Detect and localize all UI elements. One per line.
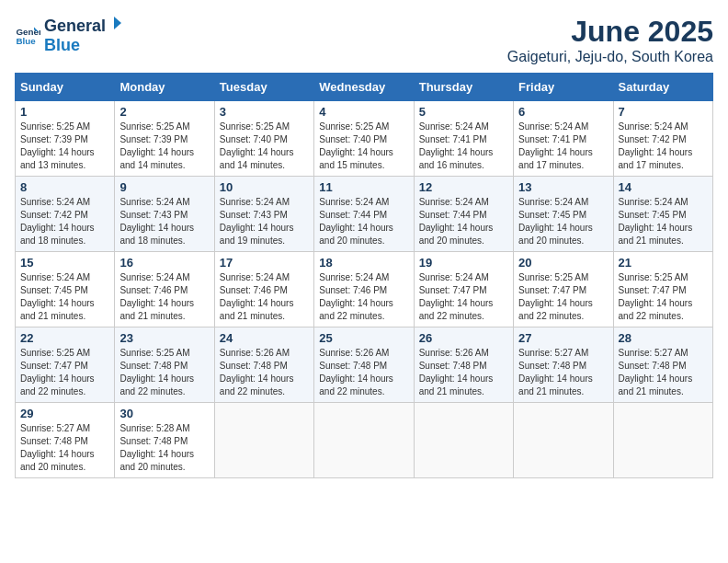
calendar-day-cell: 11 Sunrise: 5:24 AM Sunset: 7:44 PM Dayl… <box>314 177 414 252</box>
day-number: 23 <box>119 331 209 345</box>
day-number: 27 <box>518 331 608 345</box>
day-details: Sunrise: 5:24 AM Sunset: 7:44 PM Dayligh… <box>419 196 508 247</box>
calendar-week-row: 29 Sunrise: 5:27 AM Sunset: 7:48 PM Dayl… <box>16 403 713 478</box>
day-details: Sunrise: 5:26 AM Sunset: 7:48 PM Dayligh… <box>419 347 508 398</box>
calendar-day-cell: 19 Sunrise: 5:24 AM Sunset: 7:47 PM Dayl… <box>414 252 513 327</box>
weekday-header: Sunday <box>16 74 115 101</box>
calendar-day-cell <box>314 403 414 478</box>
day-number: 1 <box>20 105 109 119</box>
logo-general: General <box>44 17 106 36</box>
calendar-day-cell: 5 Sunrise: 5:24 AM Sunset: 7:41 PM Dayli… <box>414 101 513 177</box>
calendar-day-cell: 29 Sunrise: 5:27 AM Sunset: 7:48 PM Dayl… <box>16 403 115 478</box>
day-number: 18 <box>319 256 408 270</box>
day-details: Sunrise: 5:24 AM Sunset: 7:42 PM Dayligh… <box>619 121 708 172</box>
logo-icon: General Blue <box>15 22 40 48</box>
day-number: 29 <box>20 407 109 420</box>
calendar-day-cell: 28 Sunrise: 5:27 AM Sunset: 7:48 PM Dayl… <box>613 327 712 403</box>
day-number: 13 <box>518 180 608 194</box>
day-details: Sunrise: 5:25 AM Sunset: 7:47 PM Dayligh… <box>619 271 708 323</box>
day-details: Sunrise: 5:25 AM Sunset: 7:39 PM Dayligh… <box>119 121 209 172</box>
svg-text:Blue: Blue <box>16 36 36 46</box>
day-number: 6 <box>518 105 608 119</box>
day-details: Sunrise: 5:25 AM Sunset: 7:47 PM Dayligh… <box>518 271 608 323</box>
title-area: June 2025 Gaigeturi, Jeju-do, South Kore… <box>507 15 713 65</box>
calendar-day-cell: 9 Sunrise: 5:24 AM Sunset: 7:43 PM Dayli… <box>115 177 214 252</box>
weekday-header: Friday <box>514 74 613 101</box>
day-details: Sunrise: 5:24 AM Sunset: 7:42 PM Dayligh… <box>20 196 109 247</box>
calendar-day-cell: 12 Sunrise: 5:24 AM Sunset: 7:44 PM Dayl… <box>414 177 513 252</box>
logo: General Blue General Blue <box>15 15 124 55</box>
calendar-day-cell: 2 Sunrise: 5:25 AM Sunset: 7:39 PM Dayli… <box>115 101 214 177</box>
day-details: Sunrise: 5:28 AM Sunset: 7:48 PM Dayligh… <box>119 422 209 474</box>
calendar-day-cell: 13 Sunrise: 5:24 AM Sunset: 7:45 PM Dayl… <box>514 177 613 252</box>
day-number: 10 <box>220 180 309 194</box>
day-number: 30 <box>119 407 209 420</box>
day-number: 26 <box>419 331 508 345</box>
day-details: Sunrise: 5:24 AM Sunset: 7:46 PM Dayligh… <box>119 271 209 323</box>
day-number: 5 <box>419 105 508 119</box>
logo-chevron-icon <box>107 15 123 31</box>
day-details: Sunrise: 5:24 AM Sunset: 7:46 PM Dayligh… <box>319 271 408 323</box>
day-number: 4 <box>319 105 408 119</box>
day-details: Sunrise: 5:24 AM Sunset: 7:45 PM Dayligh… <box>20 271 109 323</box>
calendar-day-cell <box>414 403 513 478</box>
calendar-day-cell: 25 Sunrise: 5:26 AM Sunset: 7:48 PM Dayl… <box>314 327 414 403</box>
day-details: Sunrise: 5:27 AM Sunset: 7:48 PM Dayligh… <box>619 347 708 398</box>
day-details: Sunrise: 5:27 AM Sunset: 7:48 PM Dayligh… <box>20 422 109 474</box>
day-details: Sunrise: 5:24 AM Sunset: 7:47 PM Dayligh… <box>419 271 508 323</box>
calendar-day-cell: 27 Sunrise: 5:27 AM Sunset: 7:48 PM Dayl… <box>514 327 613 403</box>
day-details: Sunrise: 5:24 AM Sunset: 7:45 PM Dayligh… <box>619 196 708 247</box>
weekday-header: Thursday <box>414 74 513 101</box>
day-details: Sunrise: 5:26 AM Sunset: 7:48 PM Dayligh… <box>220 347 309 398</box>
day-number: 14 <box>619 180 708 194</box>
calendar-day-cell: 24 Sunrise: 5:26 AM Sunset: 7:48 PM Dayl… <box>214 327 313 403</box>
day-details: Sunrise: 5:25 AM Sunset: 7:39 PM Dayligh… <box>20 121 109 172</box>
weekday-header: Wednesday <box>314 74 414 101</box>
day-number: 7 <box>619 105 708 119</box>
calendar-day-cell: 10 Sunrise: 5:24 AM Sunset: 7:43 PM Dayl… <box>214 177 313 252</box>
calendar-title: June 2025 <box>507 15 713 49</box>
calendar-day-cell: 6 Sunrise: 5:24 AM Sunset: 7:41 PM Dayli… <box>514 101 613 177</box>
day-number: 25 <box>319 331 408 345</box>
day-number: 11 <box>319 180 408 194</box>
day-details: Sunrise: 5:24 AM Sunset: 7:43 PM Dayligh… <box>220 196 309 247</box>
calendar-table: SundayMondayTuesdayWednesdayThursdayFrid… <box>15 73 713 478</box>
day-details: Sunrise: 5:24 AM Sunset: 7:46 PM Dayligh… <box>220 271 309 323</box>
calendar-week-row: 22 Sunrise: 5:25 AM Sunset: 7:47 PM Dayl… <box>16 327 713 403</box>
day-number: 2 <box>119 105 209 119</box>
calendar-day-cell: 8 Sunrise: 5:24 AM Sunset: 7:42 PM Dayli… <box>16 177 115 252</box>
day-number: 28 <box>619 331 708 345</box>
day-details: Sunrise: 5:24 AM Sunset: 7:45 PM Dayligh… <box>518 196 608 247</box>
calendar-week-row: 8 Sunrise: 5:24 AM Sunset: 7:42 PM Dayli… <box>16 177 713 252</box>
calendar-day-cell <box>214 403 313 478</box>
calendar-day-cell: 4 Sunrise: 5:25 AM Sunset: 7:40 PM Dayli… <box>314 101 414 177</box>
day-details: Sunrise: 5:24 AM Sunset: 7:44 PM Dayligh… <box>319 196 408 247</box>
calendar-day-cell: 16 Sunrise: 5:24 AM Sunset: 7:46 PM Dayl… <box>115 252 214 327</box>
calendar-week-row: 15 Sunrise: 5:24 AM Sunset: 7:45 PM Dayl… <box>16 252 713 327</box>
calendar-day-cell <box>514 403 613 478</box>
calendar-day-cell: 15 Sunrise: 5:24 AM Sunset: 7:45 PM Dayl… <box>16 252 115 327</box>
calendar-day-cell: 30 Sunrise: 5:28 AM Sunset: 7:48 PM Dayl… <box>115 403 214 478</box>
day-number: 17 <box>220 256 309 270</box>
day-details: Sunrise: 5:24 AM Sunset: 7:43 PM Dayligh… <box>119 196 209 247</box>
svg-marker-3 <box>114 17 121 29</box>
day-details: Sunrise: 5:25 AM Sunset: 7:48 PM Dayligh… <box>119 347 209 398</box>
day-number: 9 <box>119 180 209 194</box>
page-header: General Blue General Blue June 2025 Gaig… <box>15 15 713 65</box>
calendar-subtitle: Gaigeturi, Jeju-do, South Korea <box>507 49 713 65</box>
day-number: 3 <box>220 105 309 119</box>
day-details: Sunrise: 5:25 AM Sunset: 7:40 PM Dayligh… <box>319 121 408 172</box>
calendar-day-cell: 7 Sunrise: 5:24 AM Sunset: 7:42 PM Dayli… <box>613 101 712 177</box>
calendar-day-cell: 20 Sunrise: 5:25 AM Sunset: 7:47 PM Dayl… <box>514 252 613 327</box>
day-number: 21 <box>619 256 708 270</box>
day-details: Sunrise: 5:25 AM Sunset: 7:40 PM Dayligh… <box>220 121 309 172</box>
day-number: 12 <box>419 180 508 194</box>
day-number: 20 <box>518 256 608 270</box>
day-details: Sunrise: 5:25 AM Sunset: 7:47 PM Dayligh… <box>20 347 109 398</box>
calendar-day-cell <box>613 403 712 478</box>
calendar-day-cell: 22 Sunrise: 5:25 AM Sunset: 7:47 PM Dayl… <box>16 327 115 403</box>
day-number: 16 <box>119 256 209 270</box>
day-details: Sunrise: 5:26 AM Sunset: 7:48 PM Dayligh… <box>319 347 408 398</box>
day-number: 8 <box>20 180 109 194</box>
weekday-header-row: SundayMondayTuesdayWednesdayThursdayFrid… <box>16 74 713 101</box>
